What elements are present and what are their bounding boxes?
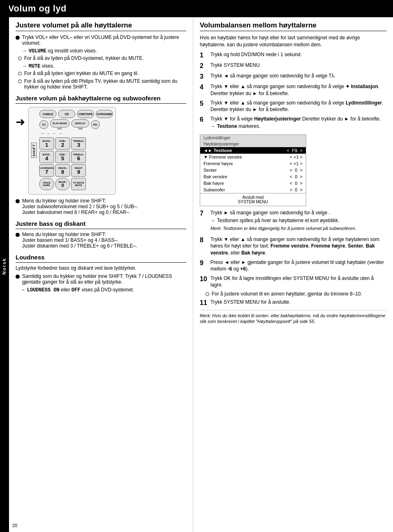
display-button[interactable]: DISPLAY — [71, 119, 89, 127]
list-item: For å slå av lyden på DVD-systemet, tryk… — [16, 55, 186, 61]
arrow-icon: → — [22, 48, 27, 54]
remote-area: ➜ SHIFT CAM1/2 CD CDR/TAPE VCR/GAME — [16, 107, 186, 195]
left-column: Justere volumet på alle høyttalerne Tryk… — [9, 17, 193, 532]
step-1: 1 Trykk og hold DVD/MON nede i 1 sekund. — [200, 51, 386, 59]
menu-row-label: ▼ Fremme venstre — [203, 155, 242, 159]
rear-minus-button[interactable]: REAR– 0 — [55, 178, 70, 190]
arrow-text: VOLUME og innstilt volum vises. — [29, 48, 97, 54]
step-4: 4 Trykk ▼ eller ▲ så mange ganger som nø… — [200, 83, 386, 96]
arrow-text: Testtonen spilles på hver av høyttalerne… — [217, 217, 339, 224]
section4-intro: Lydstyrke forbedrer bass og diskant ved … — [16, 265, 186, 271]
arrow-text: MUTE vises. — [29, 63, 54, 69]
section1-heading: Justere volumet på alle høyttalerne — [16, 21, 186, 31]
menu-row-subwoofer: Subwoofer < 0 > — [200, 186, 306, 193]
step-num: 8 — [200, 236, 209, 244]
shift-label: SHIFT — [31, 143, 37, 158]
menu-row-value: < 0 > — [290, 174, 303, 179]
bass-minus-button[interactable]: BASS– 4 — [39, 151, 54, 163]
treble-minus-button[interactable]: TREBLE– 6 — [71, 151, 86, 163]
bullet-text: Mens du trykker og holder inne SHIFT:Jus… — [22, 198, 138, 215]
bullet-icon — [16, 233, 20, 237]
step-num: 10 — [200, 275, 209, 283]
step-num: 3 — [200, 73, 209, 80]
menu-row-bak-hoyre: Bak høyre < 0 > — [200, 180, 306, 186]
step-7: 7 Trykk ► så mange ganger som nødvendig … — [200, 209, 386, 233]
cam12-button[interactable]: CAM1/2 — [39, 110, 56, 118]
page: Volum og lyd Norsk Justere volumet på al… — [0, 0, 393, 532]
step-11: 11 Trykk SYSTEM MENU for å avslutte. — [200, 299, 386, 307]
menu-row-label: ◄► Testtone — [203, 148, 232, 153]
list-item-open: For å justere volumet til en annen høytt… — [203, 291, 386, 297]
menu-row-senter: Senter < 0 > — [200, 167, 306, 173]
section2-heading: Justere volum på bakhøyttalerne og subwo… — [16, 95, 186, 104]
menu-row-value: < +1 > — [289, 161, 303, 166]
sub-plus-button[interactable]: SUB+ 2 — [55, 137, 70, 150]
remote-panel: SHIFT CAM1/2 CD CDR/TAPE VCR/GAME — [28, 107, 116, 195]
step-8: 8 Trykk ▼ eller ▲ så mange ganger som nø… — [200, 236, 386, 256]
arrow-item: → Testtone markeres. — [210, 123, 386, 130]
bass-plus-button[interactable]: BASS+ 1 — [39, 137, 54, 150]
menu-row-label: Bak høyre — [203, 181, 224, 186]
menu-row-value: < På > — [287, 148, 303, 153]
list-item: Mens du trykker og holder inne SHIFT:Jus… — [16, 198, 186, 215]
bullet-text: Samtidig som du trykker og holder inne S… — [22, 273, 186, 285]
step-num: 4 — [200, 83, 209, 91]
step-content: Trykk OK for å lagre innstillingen eller… — [210, 275, 386, 288]
menu-row-bak-venstre: Bak venstre < 0 > — [200, 173, 306, 180]
step-6: 6 Trykk ▼ for å velge Høyttalerjustering… — [200, 116, 386, 131]
menu-row-value: < 0 > — [290, 187, 303, 192]
step-10: 10 Trykk OK for å lagre innstillingen el… — [200, 275, 386, 288]
treble-plus-button[interactable]: TREBLE+ 3 — [71, 137, 86, 150]
select-button[interactable]: SEL — [91, 120, 100, 129]
side-label: Norsk — [0, 0, 9, 532]
menu-row-label: Fremme høyre — [203, 161, 233, 166]
page-number: 20 — [12, 523, 17, 528]
loudness-button[interactable]: LOUDNESS 7 — [39, 164, 54, 177]
right-column: Volumbalansen mellom høyttalerne Hvis en… — [193, 17, 393, 532]
tv-mute-button[interactable]: TV MUTE MUTE — [71, 178, 86, 190]
tc-button[interactable]: T/C — [39, 120, 48, 129]
step-list: 1 Trykk og hold DVD/MON nede i 1 sekund.… — [200, 51, 386, 132]
arrow-item: → VOLUME og innstilt volum vises. — [16, 48, 186, 54]
vcrgame-button[interactable]: VCR/GAME — [96, 110, 113, 118]
arrow-icon: → — [210, 123, 215, 130]
step-num: 7 — [200, 209, 209, 217]
step-content: Press ◄ eller ► gjentatte ganger for å j… — [210, 259, 386, 272]
step-num: 1 — [200, 51, 209, 59]
rear-plus-button[interactable]: REAR+ 8 — [55, 164, 70, 177]
cd-button[interactable]: CD — [58, 110, 75, 118]
section3-heading: Justere bass og diskant — [16, 220, 186, 229]
bullet-text: Mens du trykker og holder inne SHIFT:Jus… — [22, 232, 137, 249]
arrow-icon: → — [22, 63, 27, 69]
step-num: 2 — [200, 62, 209, 70]
list-item: For å slå på lyden igjen trykker du MUTE… — [16, 70, 186, 76]
page-title: Volum og lyd — [0, 0, 393, 17]
step-content: Trykk ▼ for å velge Høyttalerjusteringer… — [210, 116, 386, 131]
section4-heading: Loudness — [16, 254, 186, 263]
bullet-text: Trykk VOL+ eller VOL– eller vri VOLUME p… — [22, 34, 186, 46]
playmode-button[interactable]: PLAY MODE — [50, 119, 70, 127]
menu-row-label: Senter — [203, 168, 217, 173]
list-item: For å slå av lyden på ditt Philips TV, t… — [16, 78, 186, 90]
right-section1-heading: Volumbalansen mellom høyttalerne — [200, 21, 386, 31]
sub-minus-button[interactable]: SUB– 5 — [55, 151, 70, 163]
step-num: 9 — [200, 259, 209, 267]
arrow-item: → Testtonen spilles på hver av høyttaler… — [210, 217, 386, 224]
cdrtape-button[interactable]: CDR/TAPE — [77, 110, 94, 118]
menu-footer: Avslutt medSYSTEM MENU — [200, 193, 306, 206]
menu-row-label: Bak venstre — [203, 174, 227, 179]
bullet-open-icon — [18, 80, 22, 83]
arrow-text: LOUDNESS ON eller OFF vises på DVD-syste… — [27, 287, 134, 293]
menu-row-value: < +1 > — [289, 155, 303, 159]
voice-surr-button[interactable]: VOICE SURR. — [39, 178, 54, 190]
step-3: 3 Trykk ◄ så mange ganger som nødvendig … — [200, 73, 386, 80]
menu-row-value: < 0 > — [290, 168, 303, 173]
menu-row-fremme-hoyre: Fremme høyre < +1 > — [200, 160, 306, 167]
menu-row-label: Subwoofer — [203, 187, 225, 192]
bullet-open-icon — [18, 72, 22, 75]
step-content: Trykk SYSTEM MENU for å avslutte. — [210, 299, 386, 305]
final-note: Merk: Hvis du ikke koblet til senter- el… — [200, 310, 386, 325]
step-content: Trykk SYSTEM MENU. — [210, 62, 386, 68]
night-button[interactable]: NIGHT 9 — [71, 164, 86, 177]
menu-row-value: < 0 > — [290, 181, 303, 186]
